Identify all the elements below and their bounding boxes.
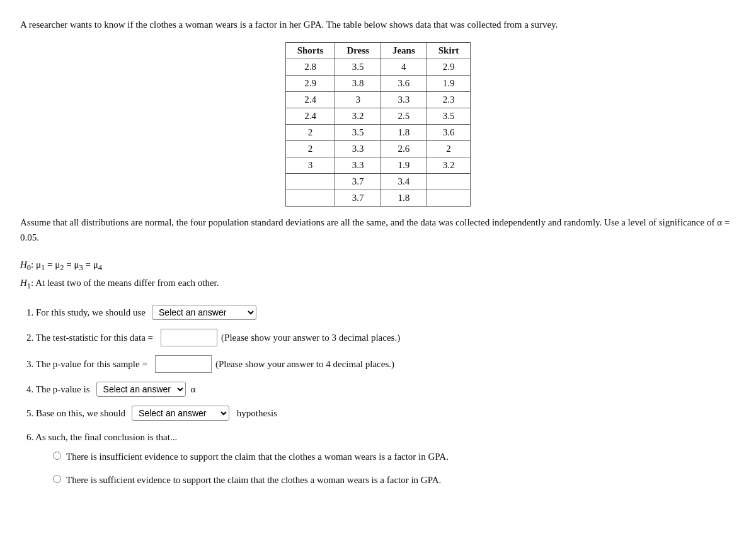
hypotheses: H0: μ1 = μ2 = μ3 = μ4 H1: At least two o… <box>20 256 736 293</box>
table-cell: 2.4 <box>285 108 335 125</box>
hypothesis-h1: H1: At least two of the means differ fro… <box>20 275 736 293</box>
table-cell: 3.5 <box>335 59 381 76</box>
q3-note: (Please show your answer to 4 decimal pl… <box>215 356 394 372</box>
table-cell: 3.2 <box>335 108 381 125</box>
table-cell <box>427 174 471 190</box>
question-2: 2. The test-statistic for this data = (P… <box>26 329 736 346</box>
table-cell: 3.3 <box>381 92 427 108</box>
table-cell: 2 <box>427 141 471 157</box>
table-cell: 3.7 <box>335 190 381 207</box>
table-cell: 3.5 <box>335 125 381 141</box>
hypothesis-h0: H0: μ1 = μ2 = μ3 = μ4 <box>20 256 736 275</box>
table-cell: 2.4 <box>285 92 335 108</box>
table-cell: 3.7 <box>335 174 381 190</box>
table-cell: 1.8 <box>381 190 427 207</box>
q3-label: 3. The p-value for this sample = <box>26 356 147 372</box>
q4-label: 4. The p-value is <box>26 382 90 397</box>
question-4: 4. The p-value is Select an answer less … <box>26 382 736 397</box>
q2-label: 2. The test-statistic for this data = <box>26 330 153 345</box>
conclusion-radio-2[interactable] <box>53 475 61 483</box>
q6-label: 6. As such, the final conclusion is that… <box>26 430 177 445</box>
conclusion-text-2: There is sufficient evidence to support … <box>66 473 441 487</box>
assume-text: Assume that all distributions are normal… <box>20 215 736 245</box>
table-cell: 3.6 <box>381 76 427 92</box>
table-cell <box>285 174 335 190</box>
table-cell: 1.8 <box>381 125 427 141</box>
table-cell: 3.2 <box>427 157 471 174</box>
q2-note: (Please show your answer to 3 decimal pl… <box>221 330 400 345</box>
q5-label: 5. Base on this, we should <box>26 406 125 421</box>
q4-alpha: α <box>191 382 196 397</box>
table-cell: 2.3 <box>427 92 471 108</box>
table-cell: 3.4 <box>381 174 427 190</box>
question-3: 3. The p-value for this sample = (Please… <box>26 355 736 373</box>
data-table-wrapper: Shorts Dress Jeans Skirt 2.83.542.92.93.… <box>20 42 736 207</box>
q5-suffix: hypothesis <box>234 406 277 421</box>
table-cell: 3.5 <box>427 108 471 125</box>
table-cell: 2.8 <box>285 59 335 76</box>
table-cell: 3 <box>335 92 381 108</box>
conclusion-option-1: There is insufficient evidence to suppor… <box>53 450 736 464</box>
conclusion-option-2: There is sufficient evidence to support … <box>53 473 736 487</box>
intro-text: A researcher wants to know if the clothe… <box>20 18 736 32</box>
data-table: Shorts Dress Jeans Skirt 2.83.542.92.93.… <box>285 42 471 207</box>
col-header-shorts: Shorts <box>285 43 335 59</box>
table-cell: 3.3 <box>335 141 381 157</box>
question-5: 5. Base on this, we should Select an ans… <box>26 406 736 421</box>
table-cell: 3.3 <box>335 157 381 174</box>
conclusion-text-1: There is insufficient evidence to suppor… <box>66 450 449 464</box>
table-cell: 2.9 <box>285 76 335 92</box>
table-cell: 3.6 <box>427 125 471 141</box>
q1-select[interactable]: Select an answer a one-way ANOVA an inde… <box>152 305 256 320</box>
q4-select[interactable]: Select an answer less than greater than … <box>96 382 186 397</box>
question-1: 1. For this study, we should use Select … <box>26 305 736 320</box>
q3-input[interactable] <box>155 355 212 373</box>
table-cell: 3 <box>285 157 335 174</box>
table-cell: 1.9 <box>427 76 471 92</box>
table-cell: 2.6 <box>381 141 427 157</box>
table-cell: 4 <box>381 59 427 76</box>
question-6-label-row: 6. As such, the final conclusion is that… <box>26 430 736 445</box>
col-header-skirt: Skirt <box>427 43 471 59</box>
q1-label: 1. For this study, we should use <box>26 305 146 320</box>
q5-select[interactable]: Select an answer reject the null fail to… <box>132 406 229 421</box>
q2-input[interactable] <box>161 329 217 346</box>
table-cell: 2 <box>285 125 335 141</box>
table-cell <box>285 190 335 207</box>
col-header-dress: Dress <box>335 43 381 59</box>
table-cell: 3.8 <box>335 76 381 92</box>
questions-section: 1. For this study, we should use Select … <box>26 305 736 488</box>
table-cell: 2 <box>285 141 335 157</box>
col-header-jeans: Jeans <box>381 43 427 59</box>
table-cell: 1.9 <box>381 157 427 174</box>
table-cell: 2.9 <box>427 59 471 76</box>
conclusion-radio-1[interactable] <box>53 452 61 460</box>
table-cell <box>427 190 471 207</box>
conclusion-section: There is insufficient evidence to suppor… <box>53 450 736 488</box>
table-cell: 2.5 <box>381 108 427 125</box>
